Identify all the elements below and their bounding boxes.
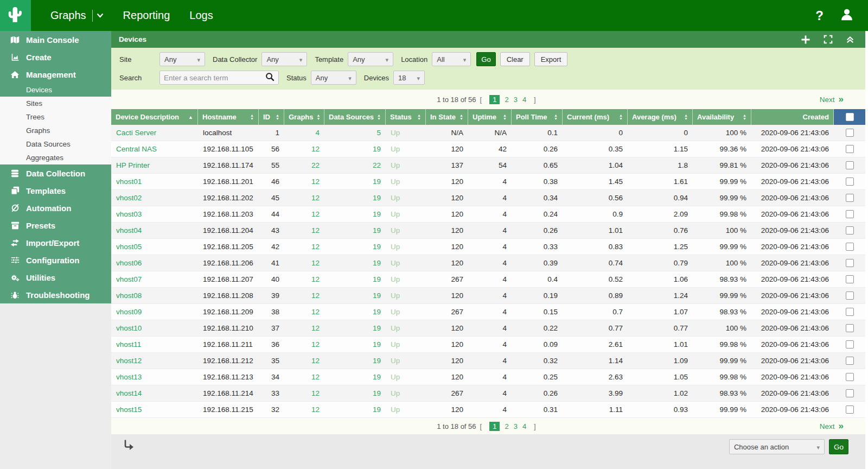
row-checkbox[interactable] — [846, 389, 854, 397]
sidebar-item-devices[interactable]: Devices — [0, 83, 111, 97]
device-link[interactable]: vhost13 — [111, 373, 198, 381]
column-header-status[interactable]: Status▲▼ — [386, 109, 426, 125]
column-header-graphs[interactable]: Graphs▲▼ — [284, 109, 324, 125]
export-button[interactable]: Export — [534, 52, 568, 66]
device-link[interactable]: vhost10 — [111, 324, 198, 332]
page-link[interactable]: 4 — [522, 422, 526, 430]
nav-menu-graphs[interactable]: Graphs — [50, 9, 104, 22]
device-link[interactable]: Central NAS — [111, 145, 198, 153]
user-icon[interactable] — [840, 8, 854, 24]
cell-poll-time: 0.24 — [512, 210, 563, 218]
device-link[interactable]: vhost05 — [111, 243, 198, 251]
row-checkbox[interactable] — [846, 405, 854, 414]
page-current[interactable]: 1 — [489, 95, 500, 104]
row-checkbox[interactable] — [846, 129, 854, 137]
device-link[interactable]: vhost01 — [111, 178, 198, 186]
column-header-in-state[interactable]: In State▲▼ — [426, 109, 468, 125]
sidebar-item-trees[interactable]: Trees — [0, 110, 111, 124]
fullscreen-icon[interactable] — [824, 35, 833, 44]
column-header-uptime[interactable]: Uptime▲▼ — [468, 109, 512, 125]
sidebar-item-utilities[interactable]: Utilities — [0, 269, 111, 286]
sidebar-item-main-console[interactable]: Main Console — [0, 31, 111, 48]
row-checkbox[interactable] — [846, 308, 854, 316]
device-link[interactable]: vhost15 — [111, 405, 198, 414]
column-header-average-ms[interactable]: Average (ms)▲▼ — [628, 109, 693, 125]
row-checkbox[interactable] — [846, 161, 854, 169]
device-link[interactable]: Cacti Server — [111, 129, 198, 137]
action-select[interactable]: Choose an action — [729, 439, 825, 454]
collapse-panel-icon[interactable] — [846, 35, 854, 44]
device-link[interactable]: vhost03 — [111, 210, 198, 218]
device-link[interactable]: vhost12 — [111, 357, 198, 365]
device-link[interactable]: vhost11 — [111, 340, 198, 348]
row-checkbox[interactable] — [846, 324, 854, 332]
sidebar-item-aggregates[interactable]: Aggregates — [0, 151, 111, 164]
data-collector-select[interactable]: Any — [261, 52, 307, 66]
page-link[interactable]: 3 — [514, 96, 518, 104]
sidebar-item-data-collection[interactable]: Data Collection — [0, 164, 111, 182]
column-header-hostname[interactable]: Hostname▲▼ — [198, 109, 259, 125]
status-select[interactable]: Any — [311, 71, 356, 85]
next-page-link[interactable]: Next » — [820, 422, 844, 430]
sidebar-item-graphs[interactable]: Graphs — [0, 124, 111, 137]
page-link[interactable]: 3 — [514, 422, 518, 430]
row-checkbox[interactable] — [846, 340, 854, 348]
chevron-down-icon[interactable] — [97, 13, 104, 18]
location-select[interactable]: All — [432, 52, 471, 66]
row-checkbox[interactable] — [846, 357, 854, 365]
column-header-current-ms[interactable]: Current (ms)▲▼ — [563, 109, 628, 125]
device-link[interactable]: vhost06 — [111, 259, 198, 267]
template-select[interactable]: Any — [348, 52, 393, 66]
row-checkbox[interactable] — [846, 226, 854, 234]
cacti-logo[interactable] — [0, 0, 31, 31]
page-link[interactable]: 4 — [522, 96, 526, 104]
device-link[interactable]: vhost09 — [111, 308, 198, 316]
sidebar-item-import-export[interactable]: Import/Export — [0, 234, 111, 251]
column-header-poll-time[interactable]: Poll Time▲▼ — [512, 109, 563, 125]
row-checkbox[interactable] — [846, 259, 854, 267]
sidebar-item-configuration[interactable]: Configuration — [0, 251, 111, 269]
sidebar-item-presets[interactable]: Presets — [0, 217, 111, 234]
device-link[interactable]: HP Printer — [111, 161, 198, 169]
row-checkbox[interactable] — [846, 291, 854, 300]
page-link[interactable]: 2 — [505, 96, 508, 104]
sidebar-item-data-sources[interactable]: Data Sources — [0, 137, 111, 151]
page-link[interactable]: 2 — [505, 422, 508, 430]
sidebar-item-sites[interactable]: Sites — [0, 97, 111, 110]
row-checkbox[interactable] — [846, 178, 854, 186]
help-icon[interactable]: ? — [815, 8, 824, 23]
row-checkbox[interactable] — [846, 373, 854, 381]
column-header-id[interactable]: ID▲▼ — [259, 109, 284, 125]
sidebar-item-troubleshooting[interactable]: Troubleshooting — [0, 286, 111, 303]
page-current[interactable]: 1 — [489, 422, 500, 431]
device-link[interactable]: vhost14 — [111, 389, 198, 397]
next-page-link[interactable]: Next » — [820, 96, 844, 104]
clear-button[interactable]: Clear — [500, 52, 530, 66]
row-checkbox[interactable] — [846, 145, 854, 153]
select-all-checkbox[interactable] — [846, 113, 854, 121]
add-device-icon[interactable] — [801, 35, 810, 45]
nav-menu-reporting[interactable]: Reporting — [123, 9, 170, 22]
sidebar-item-create[interactable]: Create — [0, 48, 111, 66]
device-link[interactable]: vhost08 — [111, 291, 198, 300]
row-checkbox[interactable] — [846, 243, 854, 251]
column-header-data-sources[interactable]: Data Sources▲▼ — [324, 109, 386, 125]
sidebar-item-management[interactable]: Management — [0, 66, 111, 83]
row-checkbox[interactable] — [846, 194, 854, 202]
sidebar-item-automation[interactable]: Automation — [0, 199, 111, 217]
device-link[interactable]: vhost04 — [111, 226, 198, 234]
row-checkbox[interactable] — [846, 275, 854, 283]
row-checkbox[interactable] — [846, 210, 854, 218]
device-link[interactable]: vhost07 — [111, 275, 198, 283]
search-icon[interactable] — [265, 72, 275, 84]
devices-count-select[interactable]: 18 — [393, 71, 425, 85]
search-input[interactable] — [164, 74, 265, 82]
column-header-availability[interactable]: Availability▲▼ — [693, 109, 751, 125]
site-select[interactable]: Any — [159, 52, 205, 66]
nav-menu-logs[interactable]: Logs — [189, 9, 213, 22]
device-link[interactable]: vhost02 — [111, 194, 198, 202]
go-button[interactable]: Go — [476, 52, 495, 66]
sidebar-item-templates[interactable]: Templates — [0, 182, 111, 199]
action-go-button[interactable]: Go — [829, 439, 848, 454]
column-header-device-description[interactable]: Device Description▲ — [111, 109, 198, 125]
